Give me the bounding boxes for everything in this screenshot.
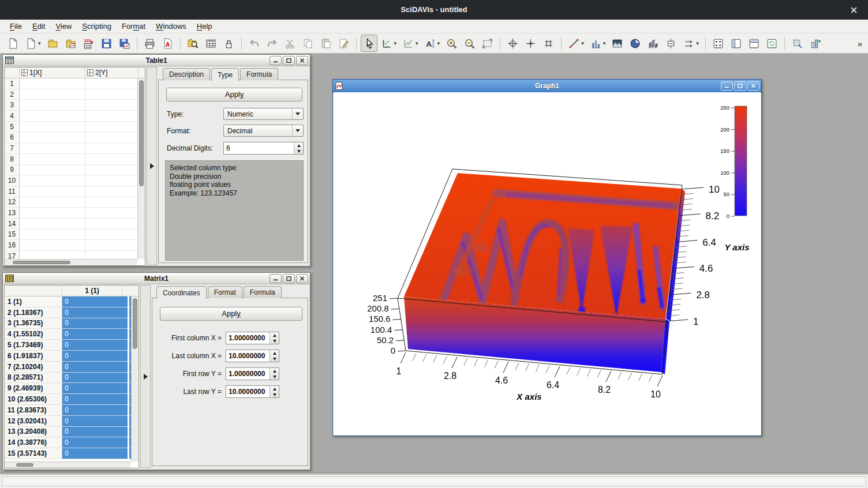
matrix-row-header[interactable]: 2 (1.18367) — [5, 307, 62, 318]
matrix-row-header[interactable]: 12 (3.02041) — [5, 416, 62, 427]
row-number[interactable]: 1 — [5, 78, 20, 89]
copy-button[interactable] — [300, 35, 316, 52]
matrix-cell[interactable]: 0 — [62, 383, 128, 394]
row-number[interactable]: 5 — [5, 122, 20, 133]
row-number[interactable]: 14 — [5, 219, 20, 230]
table-cell[interactable] — [20, 165, 85, 176]
table1-vertical-scrollbar[interactable] — [137, 78, 145, 259]
table-cell[interactable] — [85, 154, 139, 165]
project-explorer-button[interactable] — [185, 35, 201, 52]
edit-note-button[interactable] — [335, 35, 352, 52]
graph1-canvas[interactable]: 251200.8150.6100.450.20 108.26.44.62.81Y… — [334, 92, 761, 435]
table-cell[interactable] — [85, 197, 139, 208]
table-cell[interactable] — [85, 89, 139, 100]
open-template-button[interactable] — [62, 35, 79, 52]
column-statistics-button[interactable] — [728, 35, 744, 52]
rescale-button[interactable] — [479, 35, 496, 52]
matrix-cell[interactable]: 0 — [62, 405, 128, 416]
add-layer-button[interactable]: ▾ — [400, 35, 421, 52]
menu-file[interactable]: File — [5, 20, 27, 33]
row-number[interactable]: 11 — [5, 186, 20, 197]
matrix1-tab-coordinates[interactable]: Coordinates — [156, 286, 207, 299]
row-number[interactable]: 16 — [5, 240, 20, 251]
row-number[interactable]: 9 — [5, 165, 20, 176]
matrix-cell[interactable]: 0 — [62, 362, 128, 373]
type-combobox[interactable]: Numeric — [223, 108, 304, 120]
print-button[interactable] — [141, 35, 158, 52]
matrix-row-header[interactable]: 15 (3.57143) — [5, 448, 62, 459]
decimal-digits-spinbox[interactable]: 6 — [223, 142, 304, 155]
table-cell[interactable] — [85, 132, 139, 143]
table-cell[interactable] — [20, 230, 85, 241]
spin-buttons[interactable] — [270, 386, 279, 397]
pointer-button[interactable] — [361, 35, 377, 52]
table-cell[interactable] — [85, 143, 139, 154]
spin-buttons[interactable] — [270, 332, 279, 344]
row-statistics-button[interactable] — [746, 35, 762, 52]
table-cell[interactable] — [85, 186, 139, 197]
table-cell[interactable] — [85, 122, 139, 133]
table-cell[interactable] — [20, 78, 85, 89]
table1-tab-type[interactable]: Type — [211, 68, 239, 81]
row-number[interactable]: 15 — [5, 230, 20, 241]
menu-windows[interactable]: Windows — [151, 20, 192, 33]
add-text-button[interactable]: A▾ — [422, 35, 443, 52]
table-cell[interactable] — [20, 111, 85, 122]
matrix-cell[interactable]: 0 — [62, 448, 128, 459]
table-cell[interactable] — [20, 208, 85, 219]
table-cell[interactable] — [85, 208, 139, 219]
matrix1-panel-collapse-button[interactable] — [140, 285, 151, 468]
matrix1-close-button[interactable] — [296, 274, 308, 283]
add-column-button[interactable] — [807, 35, 824, 52]
table-cell[interactable] — [20, 186, 85, 197]
table1-tab-formula[interactable]: Formula — [240, 68, 278, 80]
table-cell[interactable] — [85, 175, 139, 186]
spin-buttons[interactable] — [270, 350, 279, 362]
plot-column-button[interactable]: ▾ — [588, 35, 608, 52]
app-close-button[interactable] — [843, 0, 865, 20]
recalculate-button[interactable] — [764, 35, 780, 52]
table1-tab-description[interactable]: Description — [163, 68, 210, 80]
menu-edit[interactable]: Edit — [27, 20, 50, 33]
zoom-out-button[interactable] — [461, 35, 478, 52]
plot-pie-button[interactable] — [627, 35, 643, 52]
matrix1-apply-button[interactable]: Apply — [160, 307, 302, 321]
matrix-row-header[interactable]: 11 (2.83673) — [5, 405, 62, 416]
coordinate-spinbox[interactable]: 1.00000000 — [226, 367, 279, 380]
lock-button[interactable] — [220, 35, 237, 52]
select-range-button[interactable] — [540, 35, 557, 52]
row-number[interactable]: 13 — [5, 208, 20, 219]
row-number[interactable]: 7 — [5, 143, 20, 154]
table1-minimize-button[interactable] — [270, 56, 282, 65]
menu-format[interactable]: Format — [117, 20, 151, 33]
redo-button[interactable] — [264, 35, 280, 52]
matrix-cell[interactable]: 0 — [62, 307, 128, 318]
table1-column-header[interactable]: 122[Y] — [85, 67, 139, 78]
spin-buttons[interactable] — [270, 368, 279, 380]
matrix-row-header[interactable]: 7 (2.10204) — [5, 362, 62, 373]
table-cell[interactable] — [20, 132, 85, 143]
menu-scripting[interactable]: Scripting — [77, 20, 117, 33]
table-cell[interactable] — [85, 240, 139, 251]
matrix-cell[interactable]: 0 — [62, 373, 128, 384]
open-project-button[interactable] — [44, 35, 61, 52]
screen-reader-button[interactable] — [504, 35, 521, 52]
matrix-row-header[interactable]: 1 (1) — [5, 296, 62, 307]
row-number[interactable]: 6 — [5, 132, 20, 143]
matrix-cell[interactable]: 0 — [62, 340, 128, 351]
graph1-minimize-button[interactable] — [721, 81, 733, 91]
table-cell[interactable] — [20, 89, 85, 100]
draw-line-button[interactable]: ▾ — [566, 35, 586, 52]
plot-vector-button[interactable]: ▾ — [680, 35, 701, 52]
plot-wizard-button[interactable]: ▾ — [379, 35, 399, 52]
menu-view[interactable]: View — [50, 20, 77, 33]
import-ascii-button[interactable]: 123 — [80, 35, 97, 52]
row-number[interactable]: 10 — [5, 175, 20, 186]
set-column-values-button[interactable] — [710, 35, 727, 52]
matrix1-minimize-button[interactable] — [270, 274, 282, 283]
add-image-button[interactable] — [609, 35, 626, 52]
export-pdf-button[interactable]: A — [159, 35, 176, 52]
plot-3d-bar-button[interactable] — [645, 35, 661, 52]
table-cell[interactable] — [85, 100, 139, 111]
data-reader-button[interactable] — [522, 35, 539, 52]
